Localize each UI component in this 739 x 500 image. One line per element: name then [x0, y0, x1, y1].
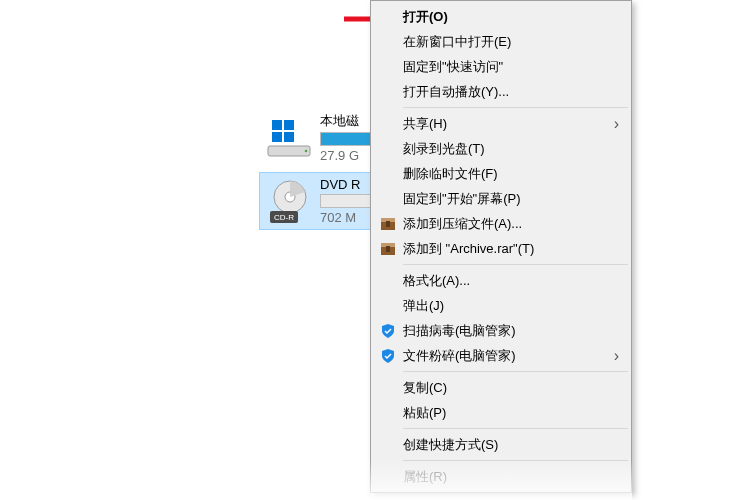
svg-rect-2	[272, 132, 282, 142]
menu-share[interactable]: 共享(H)›	[373, 111, 629, 136]
disc-icon: CD-R	[264, 177, 316, 225]
svg-rect-14	[386, 221, 390, 227]
menu-create-shortcut[interactable]: 创建快捷方式(S)	[373, 432, 629, 457]
hdd-icon	[264, 114, 316, 162]
menu-open[interactable]: 打开(O)	[373, 4, 629, 29]
context-menu: 打开(O) 在新窗口中打开(E) 固定到"快速访问" 打开自动播放(Y)... …	[370, 0, 632, 493]
svg-text:CD-R: CD-R	[274, 213, 294, 222]
svg-rect-1	[284, 120, 294, 130]
menu-scan-virus[interactable]: 扫描病毒(电脑管家)	[373, 318, 629, 343]
menu-properties[interactable]: 属性(R)	[373, 464, 629, 489]
menu-add-to-archive[interactable]: 添加到压缩文件(A)...	[373, 211, 629, 236]
chevron-right-icon: ›	[614, 347, 619, 365]
menu-copy[interactable]: 复制(C)	[373, 375, 629, 400]
menu-eject[interactable]: 弹出(J)	[373, 293, 629, 318]
menu-open-autoplay[interactable]: 打开自动播放(Y)...	[373, 79, 629, 104]
menu-pin-quick-access[interactable]: 固定到"快速访问"	[373, 54, 629, 79]
shield-icon	[379, 347, 397, 365]
winrar-icon	[379, 215, 397, 233]
menu-file-shred[interactable]: 文件粉碎(电脑管家)›	[373, 343, 629, 368]
menu-pin-start[interactable]: 固定到"开始"屏幕(P)	[373, 186, 629, 211]
chevron-right-icon: ›	[614, 115, 619, 133]
svg-rect-0	[272, 120, 282, 130]
menu-separator	[403, 107, 628, 108]
menu-add-to-named-archive[interactable]: 添加到 "Archive.rar"(T)	[373, 236, 629, 261]
menu-separator	[403, 264, 628, 265]
menu-open-new-window[interactable]: 在新窗口中打开(E)	[373, 29, 629, 54]
svg-rect-3	[284, 132, 294, 142]
winrar-icon	[379, 240, 397, 258]
menu-format[interactable]: 格式化(A)...	[373, 268, 629, 293]
menu-separator	[403, 428, 628, 429]
menu-delete-temp[interactable]: 删除临时文件(F)	[373, 161, 629, 186]
menu-separator	[403, 371, 628, 372]
shield-icon	[379, 322, 397, 340]
svg-rect-17	[386, 246, 390, 252]
menu-separator	[403, 460, 628, 461]
menu-burn-to-disc[interactable]: 刻录到光盘(T)	[373, 136, 629, 161]
menu-paste[interactable]: 粘贴(P)	[373, 400, 629, 425]
svg-point-5	[305, 149, 308, 152]
svg-rect-4	[268, 146, 310, 156]
